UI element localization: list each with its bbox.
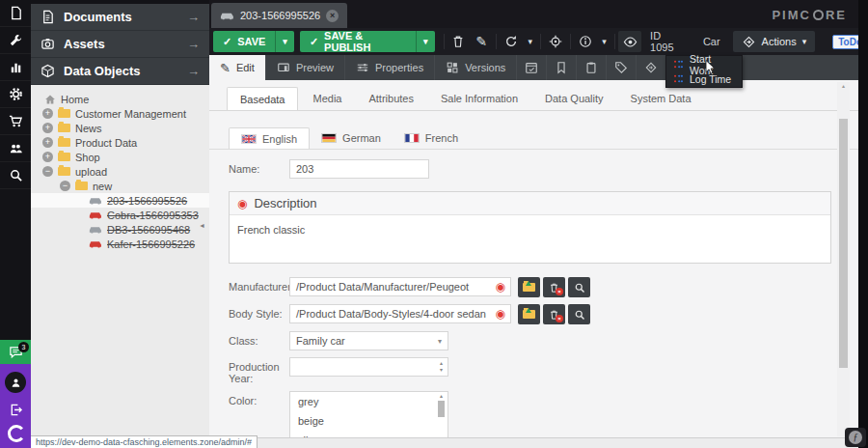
plus-icon[interactable]: +: [42, 137, 53, 148]
spinner-arrows[interactable]: ▴▾: [440, 360, 443, 374]
langtab-french[interactable]: French: [393, 127, 470, 149]
tools-rail-button[interactable]: [0, 27, 31, 54]
save-button[interactable]: ✓SAVE ▾: [213, 31, 294, 52]
users-rail-button[interactable]: [0, 135, 31, 162]
tab-properties[interactable]: Properties: [345, 55, 435, 80]
uk-flag-icon: [241, 134, 257, 144]
search-rail-button[interactable]: [0, 162, 31, 189]
tab-edit[interactable]: ✎ Edit: [209, 55, 266, 80]
reports-rail-button[interactable]: [0, 54, 31, 81]
vertical-scrollbar[interactable]: ▴: [837, 82, 850, 436]
tab-reports[interactable]: [577, 55, 607, 80]
notifications-button[interactable]: 3: [0, 340, 31, 364]
subtab-media[interactable]: Media: [300, 87, 354, 110]
save-publish-button[interactable]: ✓SAVE & PUBLISH ▾: [300, 31, 435, 52]
remove-relation-button[interactable]: ×: [543, 304, 565, 324]
user-profile-button[interactable]: [5, 372, 26, 393]
tab-notes[interactable]: [547, 55, 577, 80]
open-folder-button[interactable]: [518, 277, 540, 297]
sidebar-panel-data-objects[interactable]: Data Objects →: [31, 58, 209, 85]
mouse-cursor-icon: [705, 60, 717, 75]
reload-button[interactable]: [500, 31, 523, 52]
tree-item[interactable]: + Product Data: [31, 135, 209, 150]
ecommerce-rail-button[interactable]: [0, 108, 31, 135]
preview-eye-button[interactable]: [618, 31, 641, 52]
chevron-down-icon: ▾: [438, 337, 442, 346]
subtab-basedata[interactable]: Basedata: [227, 87, 298, 110]
info-button[interactable]: [574, 31, 597, 52]
tree-item[interactable]: + Customer Management: [31, 106, 209, 121]
color-option[interactable]: beige: [290, 411, 448, 431]
reload-dropdown-caret[interactable]: ▾: [523, 37, 537, 46]
tree-item[interactable]: DB3-1566995468: [31, 222, 209, 237]
minus-icon[interactable]: −: [60, 181, 70, 191]
logout-button[interactable]: [9, 403, 23, 417]
tree-item-selected[interactable]: 203-1566995526: [31, 193, 209, 208]
folder-icon: [58, 109, 70, 118]
sidebar-panel-assets[interactable]: Assets →: [31, 31, 209, 58]
subtab-sale-information[interactable]: Sale Information: [428, 87, 530, 110]
search-relation-button[interactable]: [568, 304, 590, 324]
scrollbar-thumb[interactable]: [438, 401, 445, 417]
plus-icon[interactable]: +: [42, 152, 53, 162]
tab-preview[interactable]: Preview: [266, 55, 345, 80]
remove-relation-button[interactable]: ×: [543, 277, 565, 297]
plus-icon[interactable]: +: [42, 123, 53, 133]
rename-button[interactable]: ✎: [470, 31, 493, 52]
scroll-up-icon[interactable]: ▴: [837, 82, 850, 90]
tree-item[interactable]: Kafer-1566995226: [31, 237, 209, 251]
bodystyle-input[interactable]: /Product Data/Body-Styles/4-door sedan ◉: [289, 304, 511, 323]
menu-item-log-time[interactable]: Log Time: [666, 71, 742, 86]
tab-versions[interactable]: Versions: [435, 55, 517, 80]
class-select[interactable]: Family car ▾: [289, 331, 448, 350]
spin-up-icon[interactable]: ▴: [440, 360, 443, 366]
tree-item[interactable]: − new: [31, 179, 209, 193]
tab-schedule[interactable]: [517, 55, 547, 80]
scrollbar-thumb[interactable]: [839, 119, 848, 368]
remove-x-icon: ×: [556, 288, 563, 295]
subtab-data-quality[interactable]: Data Quality: [532, 87, 616, 110]
tree-item[interactable]: + News: [31, 121, 209, 135]
subtab-system-data[interactable]: System Data: [618, 87, 704, 110]
locate-in-tree-button[interactable]: [544, 31, 567, 52]
language-label: German: [342, 132, 381, 144]
minus-icon[interactable]: −: [42, 166, 53, 177]
wrench-icon: [9, 33, 23, 47]
save-publish-dropdown-caret[interactable]: ▾: [416, 31, 435, 52]
tree-item-label: DB3-1566995468: [107, 224, 190, 236]
menu-item-start-work[interactable]: Start Work: [666, 57, 742, 71]
sidebar-panel-documents[interactable]: Documents →: [31, 4, 209, 31]
documents-rail-button[interactable]: [0, 0, 31, 27]
help-chat-widget[interactable]: ƒ: [845, 428, 866, 447]
settings-rail-button[interactable]: [0, 81, 31, 108]
tab-label: Preview: [296, 62, 334, 73]
manufacturer-input[interactable]: /Product Data/Manufacturer/Peugeot ◉: [289, 277, 511, 296]
color-option[interactable]: grey: [290, 392, 448, 411]
production-year-spinner[interactable]: ▴▾: [289, 357, 448, 377]
close-icon[interactable]: ×: [326, 10, 339, 22]
info-dropdown-caret[interactable]: ▾: [597, 37, 611, 46]
save-dropdown-caret[interactable]: ▾: [275, 31, 294, 52]
actions-dropdown-button[interactable]: Actions ▾: [733, 31, 816, 52]
tree-item[interactable]: + Shop: [31, 150, 209, 164]
langtab-german[interactable]: German: [310, 127, 393, 149]
langtab-english[interactable]: English: [229, 127, 310, 149]
search-relation-button[interactable]: [568, 277, 590, 297]
delete-button[interactable]: [447, 31, 470, 52]
sidebar-collapse-handle[interactable]: ◄: [199, 218, 205, 234]
tree-item[interactable]: Cobra-1566995353: [31, 208, 209, 222]
description-header: ◉ Description: [230, 192, 830, 215]
open-object-tab[interactable]: 203-1566995526 ×: [211, 3, 347, 28]
subtab-attributes[interactable]: Attributes: [356, 87, 425, 110]
tree-item-home[interactable]: Home: [31, 92, 209, 106]
spin-down-icon[interactable]: ▾: [440, 367, 443, 373]
tab-workflow[interactable]: [637, 55, 666, 80]
tree-item[interactable]: − upload: [31, 164, 209, 179]
scroll-up-icon[interactable]: ▴: [436, 393, 447, 400]
tab-tags[interactable]: [607, 55, 637, 80]
grid-icon: [446, 61, 459, 74]
plus-icon[interactable]: +: [42, 108, 53, 119]
description-editor[interactable]: French classic: [230, 215, 830, 263]
name-input[interactable]: 203: [289, 159, 429, 179]
open-folder-button[interactable]: [518, 304, 540, 324]
